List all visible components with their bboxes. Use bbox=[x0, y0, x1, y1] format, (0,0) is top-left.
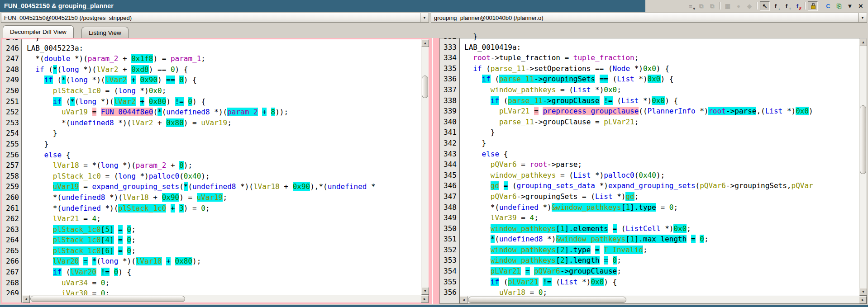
code-token[interactable] bbox=[687, 235, 691, 243]
code-token[interactable]: ( bbox=[552, 278, 560, 286]
code-token[interactable]: undefined8 bbox=[62, 193, 105, 202]
code-token[interactable]: ; bbox=[105, 279, 110, 287]
code-token[interactable]: else bbox=[482, 150, 500, 158]
code-token[interactable]: param_2 bbox=[88, 54, 118, 63]
scroll-down-icon[interactable]: ▼ bbox=[859, 288, 867, 296]
code-token[interactable]: = bbox=[92, 108, 97, 116]
code-token[interactable]: + bbox=[280, 182, 293, 191]
code-token[interactable] bbox=[27, 268, 53, 276]
code-line[interactable]: } bbox=[27, 32, 421, 43]
pane-left[interactable]: 2452462472482492502512522532542552562572… bbox=[1, 38, 430, 304]
code-token[interactable]: ; bbox=[704, 235, 709, 243]
code-token[interactable]: Node bbox=[613, 64, 630, 73]
code-token[interactable]: ; bbox=[105, 289, 110, 295]
code-token[interactable]: 0x0 bbox=[796, 107, 809, 115]
previous-function-icon[interactable]: f↑ bbox=[782, 1, 792, 11]
code-token[interactable]: long bbox=[62, 65, 79, 74]
code-token[interactable]: = bbox=[88, 289, 101, 295]
pane-splitter[interactable] bbox=[430, 38, 439, 304]
code-token[interactable]: + bbox=[140, 97, 144, 106]
code-token[interactable]: * bbox=[491, 235, 495, 243]
code-token[interactable]: ] bbox=[110, 236, 114, 244]
code-line[interactable]: } bbox=[464, 138, 859, 149]
code-token[interactable] bbox=[530, 267, 534, 275]
horizontal-scrollbar[interactable]: ◄ ► bbox=[460, 296, 867, 303]
code-line[interactable]: lVar21 = 4; bbox=[27, 213, 421, 224]
code-token[interactable]: 4 bbox=[92, 214, 97, 223]
code-token[interactable]: ; bbox=[534, 213, 539, 222]
code-token[interactable]: 0x90 bbox=[293, 182, 310, 191]
code-line[interactable]: window_pathkeys[2].length = 0; bbox=[464, 255, 859, 266]
code-token[interactable]: 8 bbox=[271, 108, 276, 116]
code-token[interactable]: == bbox=[166, 76, 175, 84]
code-line[interactable]: if (pLVar21 != (List *)0x0) { bbox=[464, 277, 859, 288]
code-token[interactable]: ( bbox=[75, 97, 79, 106]
code-token[interactable]: param_1 bbox=[171, 54, 201, 63]
code-token[interactable]: ( bbox=[162, 108, 167, 116]
horizontal-scrollbar-thumb[interactable] bbox=[468, 297, 626, 303]
code-token[interactable]: = ( bbox=[101, 172, 119, 180]
code-line[interactable]: pQVar6->groupingSets = (List *)gd; bbox=[464, 191, 859, 202]
chevron-down-icon[interactable]: ▼ bbox=[858, 13, 867, 22]
code-line[interactable]: parse_11->groupClause = pLVar21; bbox=[464, 117, 859, 128]
code-token[interactable]: ) { bbox=[656, 64, 669, 73]
code-token[interactable]: ) bbox=[809, 107, 813, 115]
code-token[interactable]: undefined8 bbox=[166, 108, 210, 116]
code-token[interactable]: { bbox=[62, 151, 70, 159]
code-token[interactable]: ] bbox=[565, 256, 569, 264]
code-token[interactable]: *( bbox=[27, 118, 70, 127]
code-token[interactable]: *)( bbox=[118, 161, 136, 170]
code-token[interactable]: ) { bbox=[604, 278, 617, 286]
code-token[interactable]: 1 bbox=[560, 224, 565, 233]
code-token[interactable]: else bbox=[44, 151, 62, 159]
code-token[interactable] bbox=[79, 257, 84, 265]
code-token[interactable]: 0 bbox=[101, 289, 105, 295]
code-token[interactable]: + bbox=[171, 204, 175, 213]
code-token[interactable]: 1 bbox=[630, 235, 634, 243]
code-token[interactable]: if bbox=[491, 278, 499, 286]
code-token[interactable]: = bbox=[534, 107, 539, 115]
code-token[interactable]: 3 bbox=[179, 204, 184, 213]
code-token[interactable]: pLVar21 bbox=[499, 107, 529, 115]
code-token[interactable]: ; bbox=[543, 288, 547, 296]
code-token[interactable]: 0 bbox=[201, 204, 205, 213]
code-token[interactable]: } bbox=[27, 140, 48, 148]
code-token[interactable]: parse_11 bbox=[499, 118, 534, 126]
code-token[interactable] bbox=[464, 150, 482, 158]
code-token[interactable] bbox=[114, 246, 119, 255]
code-token[interactable] bbox=[464, 107, 499, 115]
code-line[interactable]: uVar34 = 0; bbox=[27, 278, 421, 288]
code-line[interactable]: root->tuple_fraction = tuple_fraction; bbox=[464, 52, 859, 63]
code-token[interactable]: (( bbox=[639, 107, 647, 115]
code-token[interactable]: [ bbox=[556, 256, 560, 264]
code-token[interactable]: ] bbox=[110, 246, 114, 255]
code-token[interactable]: ->groupClause = bbox=[534, 118, 604, 126]
code-token[interactable] bbox=[27, 279, 62, 287]
code-token[interactable]: lVar2 bbox=[105, 76, 127, 84]
code-token[interactable] bbox=[27, 161, 53, 170]
code-token[interactable]: preprocess_groupclause bbox=[543, 107, 639, 115]
code-token[interactable]: List bbox=[573, 85, 591, 94]
code-token[interactable]: + bbox=[131, 76, 136, 84]
code-token[interactable]: plStack_1c0 bbox=[53, 225, 101, 234]
code-token[interactable]: != bbox=[604, 96, 612, 105]
code-token[interactable] bbox=[464, 192, 491, 201]
code-line[interactable]: plStack_1c0 = (long *)0x0; bbox=[27, 85, 421, 96]
code-token[interactable]: lVar20 bbox=[70, 268, 96, 276]
code-line[interactable]: lVar39 = 4; bbox=[464, 213, 859, 223]
code-line[interactable]: window_pathkeys = (List *)palloc0(0x40); bbox=[464, 170, 859, 181]
code-token[interactable]: ),*( bbox=[310, 182, 328, 191]
code-token[interactable]: double bbox=[44, 54, 71, 63]
code-token[interactable]: root bbox=[473, 53, 491, 62]
scroll-right-icon[interactable]: ► bbox=[859, 296, 867, 304]
code-token[interactable]: pLVar21 bbox=[604, 118, 634, 126]
code-token[interactable]: 0x80 bbox=[175, 257, 193, 265]
code-token[interactable]: undefined8 bbox=[70, 118, 114, 127]
code-token[interactable]: ->groupingSets, bbox=[726, 181, 792, 190]
code-token[interactable]: *) bbox=[696, 107, 709, 115]
code-token[interactable]: plStack_1c0 bbox=[53, 86, 101, 95]
code-token[interactable]: ) { bbox=[118, 268, 131, 276]
code-token[interactable] bbox=[96, 108, 101, 116]
next-function-icon[interactable]: f↓ bbox=[771, 1, 781, 11]
vertical-scrollbar[interactable]: ▲ ▼ bbox=[859, 38, 867, 296]
